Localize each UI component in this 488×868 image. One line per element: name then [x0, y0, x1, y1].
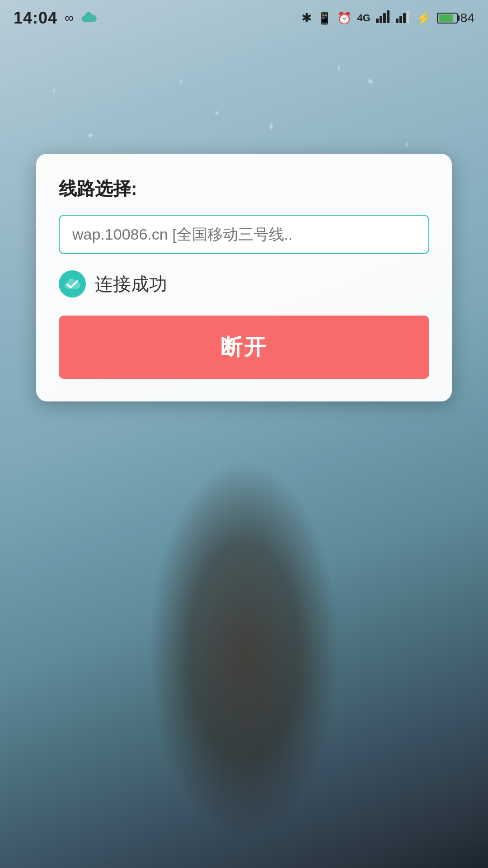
- svg-rect-5: [399, 16, 402, 23]
- signal-bars-1: [376, 10, 390, 26]
- lightning-icon: ⚡: [416, 11, 432, 26]
- status-left: 14:04 ∞: [14, 9, 97, 28]
- status-bar: 14:04 ∞ ✱ 📳 ⏰ 4G: [0, 0, 488, 36]
- svg-rect-0: [376, 19, 379, 23]
- status-row: 连接成功: [59, 270, 429, 297]
- svg-rect-1: [380, 16, 382, 23]
- disconnect-button[interactable]: 断开: [59, 316, 429, 379]
- svg-rect-2: [383, 13, 386, 23]
- battery-icon: [437, 13, 458, 24]
- dialog-label: 线路选择:: [59, 176, 429, 201]
- bluetooth-icon: ✱: [301, 12, 312, 24]
- svg-rect-4: [396, 19, 399, 23]
- vibrate-icon: 📳: [317, 12, 332, 24]
- battery-container: 84: [437, 11, 474, 25]
- dialog-wrapper: 线路选择: 连接成功 断开: [36, 154, 452, 401]
- alarm-icon: ⏰: [337, 12, 352, 24]
- svg-rect-7: [407, 10, 409, 23]
- background: [0, 0, 488, 868]
- connection-status-text: 连接成功: [95, 272, 167, 297]
- infinity-icon: ∞: [65, 12, 74, 24]
- status-right: ✱ 📳 ⏰ 4G ⚡ 84: [301, 10, 474, 27]
- svg-rect-6: [403, 13, 406, 23]
- signal-bars-2: [396, 10, 410, 27]
- svg-rect-3: [387, 10, 389, 23]
- cloud-icon: [81, 10, 97, 26]
- cloud-check-icon: [59, 270, 86, 297]
- battery-percent: 84: [460, 11, 474, 25]
- dialog-card: 线路选择: 连接成功 断开: [36, 154, 452, 401]
- battery-fill: [439, 14, 453, 22]
- status-time: 14:04: [14, 9, 57, 28]
- route-input[interactable]: [59, 215, 429, 254]
- signal-4g-icon: 4G: [357, 13, 370, 23]
